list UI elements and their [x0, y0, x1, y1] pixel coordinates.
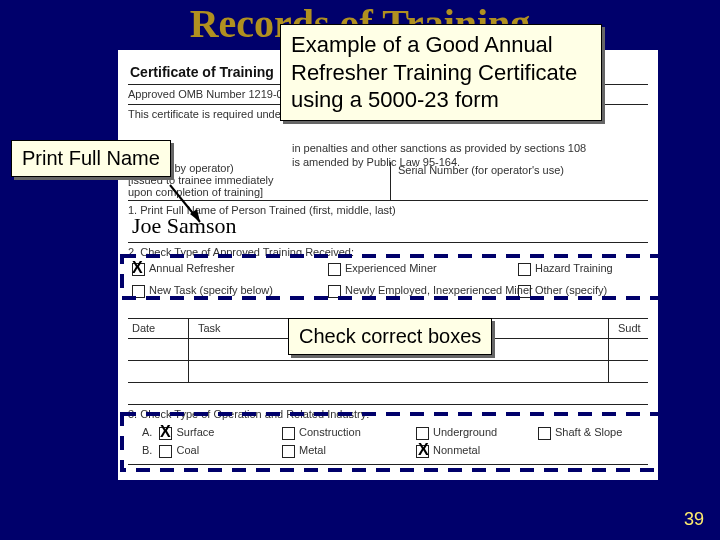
opt3-surface: Surface [176, 426, 214, 438]
section-3-label: 3. Check Type of Operation and Related I… [128, 408, 369, 422]
section-2-label: 2. Check Type of Approved Training Recei… [128, 246, 354, 260]
divider [128, 242, 648, 243]
form-heading: Certificate of Training [130, 64, 274, 80]
callout-print-name: Print Full Name [11, 140, 171, 177]
opt3-row-a: A. Surface [142, 426, 214, 440]
opt3-nonmetal-label: Nonmetal [433, 444, 480, 456]
callout-intro: Example of a Good Annual Refresher Train… [280, 24, 602, 121]
opt-annual-label: Annual Refresher [149, 262, 235, 274]
divider [128, 382, 648, 383]
callout-check-boxes: Check correct boxes [288, 318, 492, 355]
opt3-underground: Underground [416, 426, 497, 440]
divider [128, 200, 648, 201]
opt3-construction: Construction [282, 426, 361, 440]
opt-experienced-label: Experienced Miner [345, 262, 437, 274]
opt-other: Other (specify) [518, 284, 607, 298]
opt3-coal: Coal [176, 444, 199, 456]
opt3-b: B. [142, 444, 152, 456]
opt3-underground-label: Underground [433, 426, 497, 438]
callout-intro-l3: using a 5000-23 form [291, 86, 591, 114]
opt-hazard-label: Hazard Training [535, 262, 613, 274]
trainee-name-handwritten: Joe Samson [132, 213, 237, 239]
opt-newemp-label: Newly Employed, Inexperienced Miner [345, 284, 533, 296]
callout-intro-l2: Refresher Training Certificate [291, 59, 591, 87]
divider [188, 318, 189, 382]
x-mark-annual: X [132, 259, 143, 277]
opt-newtask: New Task (specify below) [132, 284, 273, 298]
opt-hazard: Hazard Training [518, 262, 613, 276]
x-mark-surface: X [160, 423, 171, 441]
divider [128, 404, 648, 405]
divider [608, 318, 609, 382]
divider [128, 360, 648, 361]
serial-label: Serial Number (for operator's use) [398, 164, 564, 178]
opt-newemp: Newly Employed, Inexperienced Miner [328, 284, 533, 298]
page-number: 39 [684, 509, 704, 530]
callout-intro-l1: Example of a Good Annual [291, 31, 591, 59]
divider [128, 464, 648, 465]
opt3-a: A. [142, 426, 152, 438]
opt3-shaft-label: Shaft & Slope [555, 426, 622, 438]
x-mark-nonmetal: X [418, 441, 429, 459]
opt-annual: Annual Refresher [132, 262, 235, 276]
retain3: upon completion of training] [128, 186, 263, 200]
divider [390, 162, 391, 200]
opt-experienced: Experienced Miner [328, 262, 437, 276]
penalty-line-1: in penalties and other sanctions as prov… [292, 142, 586, 156]
opt3-row-b: B. Coal [142, 444, 199, 458]
col-date: Date [132, 322, 155, 336]
opt-other-label: Other (specify) [535, 284, 607, 296]
opt3-shaft: Shaft & Slope [538, 426, 622, 440]
opt-newtask-label: New Task (specify below) [149, 284, 273, 296]
col-task: Task [198, 322, 221, 336]
opt3-construction-label: Construction [299, 426, 361, 438]
opt3-metal: Metal [282, 444, 326, 458]
opt3-metal-label: Metal [299, 444, 326, 456]
col-sudt: Sudt [618, 322, 641, 336]
